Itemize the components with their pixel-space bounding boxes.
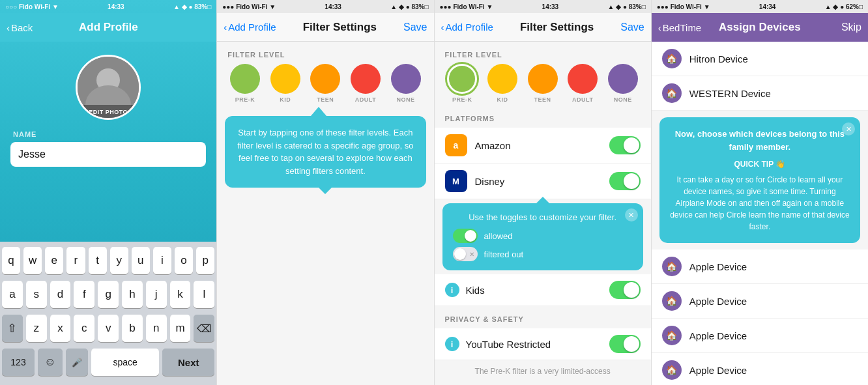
toggle-tooltip-close[interactable]: ✕ [625,208,638,221]
key-next[interactable]: Next [162,349,214,376]
name-input[interactable] [10,142,206,167]
key-123[interactable]: 123 [2,349,35,376]
amazon-icon: a [445,134,467,156]
key-i[interactable]: i [153,247,171,274]
back-button-3[interactable]: ‹ Add Profile [441,21,493,33]
filter-tooltip-2: Start by tapping one of these filter lev… [225,116,426,188]
back-button-4[interactable]: ‹ BedTime [658,22,701,33]
filter-circle-orange-3[interactable] [528,64,558,94]
key-z[interactable]: z [26,315,47,342]
platform-amazon[interactable]: a Amazon [435,128,651,164]
youtube-restricted-item[interactable]: i YouTube Restricted [435,328,651,360]
key-h[interactable]: h [122,281,143,308]
save-button-2[interactable]: Save [403,21,427,33]
panel-assign-devices: ●●● Fido Wi-Fi ▼ 14:34 ▲ ◆ ● 62%□ ‹ BedT… [651,0,868,385]
key-g[interactable]: g [98,281,119,308]
disney-icon: M [445,170,467,192]
key-r[interactable]: r [66,247,85,274]
kids-toggle[interactable] [609,281,641,299]
key-y[interactable]: y [110,247,128,274]
device-apple-3[interactable]: 🏠 Apple Device [652,319,868,353]
device-apple-4[interactable]: 🏠 Apple Device [652,353,868,385]
filter-kid-2[interactable]: KID [270,64,300,103]
filtered-label: filtered out [484,250,524,259]
device-apple-2[interactable]: 🏠 Apple Device [652,284,868,319]
quick-tip-label: QUICK TIP 👋 [670,158,850,170]
filter-prek-2[interactable]: PRE-K [230,64,260,103]
filter-prek-3[interactable]: PRE-K [447,64,477,103]
filter-circle-red-3[interactable] [568,64,598,94]
key-f[interactable]: f [74,281,94,308]
key-k[interactable]: k [170,281,191,308]
key-d[interactable]: d [50,281,71,308]
key-v[interactable]: v [98,315,119,342]
youtube-toggle[interactable] [609,335,641,353]
keyboard-row-2: a s d f g h j k l [2,281,214,308]
assign-tooltip-close[interactable]: ✕ [842,122,855,135]
name-label: NAME [13,130,36,138]
back-button-1[interactable]: ‹ Back [7,22,33,33]
device-hitron[interactable]: 🏠 Hitron Device [652,42,868,76]
panel-filter-settings-2: ●●● Fido Wi-Fi ▼ 14:33 ▲ ◆ ● 83%□ ‹ Add … [434,0,651,385]
legend-allowed: allowed [453,229,633,243]
device-hitron-name: Hitron Device [689,53,858,64]
filter-tooltip-text-2: Start by tapping one of these filter lev… [237,128,413,176]
key-space[interactable]: space [91,349,159,376]
key-emoji[interactable]: ☺ [38,349,63,376]
filter-circle-yellow-3[interactable] [487,64,517,94]
disney-toggle[interactable] [609,172,641,190]
device-apple-4-name: Apple Device [689,365,858,376]
key-q[interactable]: q [2,247,20,274]
key-u[interactable]: u [132,247,150,274]
assign-tooltip-text: It can take a day or so for Circle to le… [670,174,850,233]
device-western[interactable]: 🏠 WESTERN Device [652,76,868,111]
key-p[interactable]: p [196,247,214,274]
key-mic[interactable]: 🎤 [66,349,88,376]
amazon-toggle[interactable] [609,136,641,154]
key-j[interactable]: j [146,281,167,308]
key-b[interactable]: b [122,315,143,342]
key-a[interactable]: a [2,281,23,308]
avatar[interactable]: EDIT PHOTO [76,55,141,120]
key-c[interactable]: c [74,315,94,342]
key-t[interactable]: t [89,247,107,274]
filter-teen-3[interactable]: TEEN [528,64,558,103]
privacy-header: PRIVACY & SAFETY [435,306,651,328]
nav-title-4: Assign Devices [719,21,801,34]
save-button-3[interactable]: Save [620,21,644,33]
key-n[interactable]: n [146,315,167,342]
filter-adult-3[interactable]: ADULT [568,64,598,103]
key-o[interactable]: o [175,247,193,274]
filter-circle-purple-3[interactable] [608,64,638,94]
platform-disney[interactable]: M Disney [435,164,651,199]
key-w[interactable]: w [23,247,42,274]
filter-circle-green-3[interactable] [447,64,477,94]
amazon-label: Amazon [475,140,609,151]
platform-kids[interactable]: i Kids [435,274,651,306]
filter-circle-purple-2[interactable] [391,64,421,94]
filter-none-2[interactable]: NONE [391,64,421,103]
key-x[interactable]: x [50,315,71,342]
toggle-tooltip-text: Use the toggles to customize your filter… [453,212,633,222]
panel-add-profile: ○○○ Fido Wi-Fi ▼ 14:33 ▲ ◆ ● 83%□ ‹ Back… [0,0,216,385]
key-shift[interactable]: ⇧ [2,315,23,342]
device-apple-1[interactable]: 🏠 Apple Device [652,250,868,284]
key-l[interactable]: l [194,281,214,308]
filter-teen-2[interactable]: TEEN [310,64,340,103]
filter-kid-3[interactable]: KID [487,64,517,103]
device-list: 🏠 Hitron Device 🏠 WESTERN Device Now, ch… [652,42,868,385]
skip-button[interactable]: Skip [841,21,861,33]
filter-label-teen-3: TEEN [534,96,551,103]
filter-circle-orange-2[interactable] [310,64,340,94]
nav-title-1: Add Profile [79,21,138,34]
key-m[interactable]: m [170,315,191,342]
filter-circle-green-2[interactable] [230,64,260,94]
key-s[interactable]: s [26,281,47,308]
key-backspace[interactable]: ⌫ [194,315,214,342]
filter-none-3[interactable]: NONE [608,64,638,103]
filter-adult-2[interactable]: ADULT [351,64,381,103]
back-button-2[interactable]: ‹ Add Profile [224,21,276,33]
filter-circle-red-2[interactable] [351,64,381,94]
key-e[interactable]: e [45,247,63,274]
filter-circle-yellow-2[interactable] [270,64,300,94]
